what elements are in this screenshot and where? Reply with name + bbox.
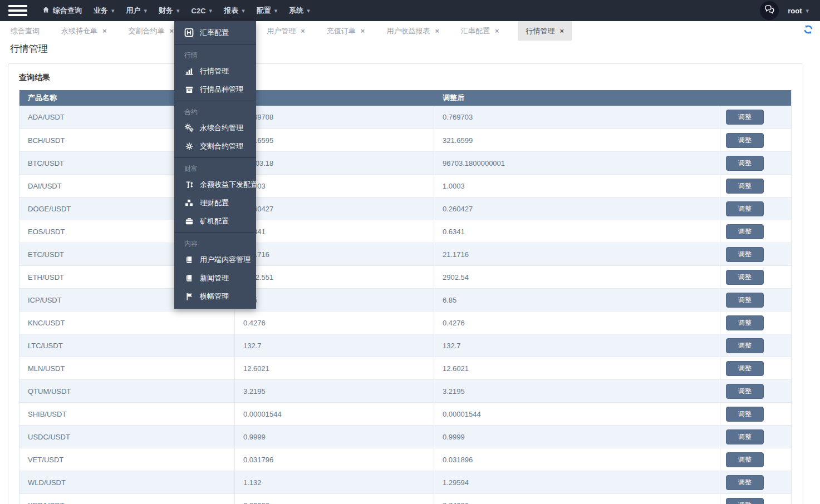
menu-item-1-0[interactable]: 行情管理	[174, 62, 256, 80]
nav-item-7[interactable]: 系统▾	[289, 0, 310, 21]
menu-item-label: 理财配置	[200, 198, 229, 208]
chevron-down-icon: ▾	[144, 7, 148, 14]
chevron-down-icon: ▾	[242, 7, 245, 14]
tab-label: 行情管理	[526, 26, 555, 36]
before-value-cell: 0.9999	[235, 426, 434, 448]
refresh-button[interactable]	[803, 24, 813, 34]
adjust-button[interactable]: 调整	[726, 270, 764, 285]
chevron-down-icon: ▾	[209, 7, 213, 14]
before-value-cell: 0.00001544	[235, 403, 434, 425]
tab-close-icon[interactable]: ×	[361, 27, 365, 34]
adjust-button[interactable]: 调整	[726, 179, 764, 194]
nav-item-label: 综合查询	[53, 6, 82, 16]
nav-item-label: C2C	[192, 7, 206, 15]
adjust-button[interactable]: 调整	[726, 110, 764, 125]
adjust-button[interactable]: 调整	[726, 224, 764, 239]
action-cell: 调整	[720, 471, 791, 493]
after-value-cell: 0.031896	[434, 448, 720, 471]
adjust-button[interactable]: 调整	[726, 133, 764, 148]
nav-item-6[interactable]: 配置▾	[257, 0, 278, 21]
nav-item-5[interactable]: 报表▾	[224, 0, 245, 21]
tab-close-icon[interactable]: ×	[495, 27, 499, 34]
adjust-button[interactable]: 调整	[726, 475, 764, 490]
tab-close-icon[interactable]: ×	[170, 27, 174, 34]
chevron-down-icon: ▾	[806, 7, 809, 14]
menu-item-2-0[interactable]: 永续合约管理	[174, 118, 256, 137]
adjust-button[interactable]: 调整	[726, 429, 764, 444]
adjust-button[interactable]: 调整	[726, 498, 764, 504]
before-value-cell: 12.6021	[235, 357, 434, 379]
adjust-button[interactable]: 调整	[726, 201, 764, 216]
menu-item-4-0[interactable]: 用户端内容管理	[174, 250, 256, 269]
adjust-button[interactable]: 调整	[726, 384, 764, 399]
tab-close-icon[interactable]: ×	[102, 27, 107, 34]
adjust-button[interactable]: 调整	[726, 407, 764, 422]
menu-item-3-0[interactable]: 余额收益下发配置	[174, 175, 256, 194]
tab-bar: 综合查询永续持仓单×交割合约单×用户管理×充值订单×用户收益报表×汇率配置×行情…	[0, 21, 820, 41]
top-navbar: 综合查询业务▾用户▾财务▾C2C▾报表▾配置▾系统▾ root ▾	[0, 0, 820, 21]
col-header-before	[235, 90, 434, 106]
action-cell: 调整	[720, 334, 791, 357]
menu-item-label: 行情品种管理	[200, 85, 243, 95]
tab-close-icon[interactable]: ×	[560, 27, 564, 34]
chat-button[interactable]	[760, 1, 779, 20]
adjust-button[interactable]: 调整	[726, 452, 764, 467]
book-icon	[184, 255, 194, 264]
tab-0[interactable]: 综合查询	[8, 21, 42, 41]
nav-item-4[interactable]: C2C▾	[192, 0, 213, 21]
hamburger-icon[interactable]	[8, 5, 27, 16]
action-cell: 调整	[720, 152, 791, 174]
user-menu[interactable]: root ▾	[788, 7, 809, 15]
before-value-cell: 132.7	[235, 334, 434, 357]
menu-item-0-0[interactable]: 汇率配置	[174, 23, 256, 42]
tab-5[interactable]: 用户收益报表×	[384, 21, 442, 41]
tab-2[interactable]: 交割合约单×	[126, 21, 177, 41]
adjust-button[interactable]: 调整	[726, 315, 764, 330]
menu-item-label: 新闻管理	[200, 273, 229, 283]
tab-3[interactable]: 用户管理×	[264, 21, 308, 41]
menu-item-4-2[interactable]: 横幅管理	[174, 287, 256, 305]
tab-1[interactable]: 永续持仓单×	[58, 21, 110, 41]
nav-item-0[interactable]: 综合查询	[42, 0, 82, 21]
menu-section-label: 合约	[174, 101, 256, 118]
after-value-cell: 0.6341	[434, 220, 720, 243]
menu-item-2-1[interactable]: 交割合约管理	[174, 137, 256, 155]
table-row: EOS/USDT0.63410.6341调整	[19, 220, 791, 243]
bar-chart-icon	[184, 66, 194, 76]
h-square-icon	[184, 28, 194, 37]
menu-item-label: 余额收益下发配置	[200, 180, 258, 190]
before-value-cell: 2.69036	[235, 494, 434, 504]
after-value-cell: 1.0003	[434, 175, 720, 197]
nav-item-label: 报表	[224, 6, 238, 16]
before-value-cell: 0.260427	[235, 197, 434, 220]
adjust-button[interactable]: 调整	[726, 361, 764, 376]
after-value-cell: 2.74036	[434, 494, 720, 504]
table-row: WLD/USDT1.1321.29594调整	[19, 471, 791, 493]
menu-item-label: 矿机配置	[200, 216, 229, 226]
menu-item-4-1[interactable]: 新闻管理	[174, 269, 256, 287]
nav-item-label: 系统	[289, 6, 303, 16]
adjust-button[interactable]: 调整	[726, 247, 764, 262]
after-value-cell: 0.9999	[434, 426, 720, 448]
tab-close-icon[interactable]: ×	[435, 27, 439, 34]
menu-item-label: 横幅管理	[200, 291, 229, 302]
tab-4[interactable]: 充值订单×	[324, 21, 368, 41]
nav-item-2[interactable]: 用户▾	[126, 0, 148, 21]
nav-item-1[interactable]: 业务▾	[94, 0, 115, 21]
navbar-right: root ▾	[760, 1, 809, 20]
menu-item-3-1[interactable]: 理财配置	[174, 194, 256, 212]
adjust-button[interactable]: 调整	[726, 156, 764, 171]
menu-item-3-2[interactable]: 矿机配置	[174, 212, 256, 230]
panel-title: 查询结果	[19, 73, 803, 83]
flag-icon	[184, 291, 194, 301]
adjust-button[interactable]: 调整	[726, 338, 764, 353]
tab-label: 综合查询	[11, 26, 40, 36]
tab-7[interactable]: 行情管理×	[518, 21, 572, 41]
after-value-cell: 0.260427	[434, 197, 720, 220]
nav-item-label: 用户	[126, 6, 141, 16]
adjust-button[interactable]: 调整	[726, 293, 764, 308]
nav-item-3[interactable]: 财务▾	[159, 0, 180, 21]
tab-6[interactable]: 汇率配置×	[458, 21, 502, 41]
tab-close-icon[interactable]: ×	[301, 27, 305, 34]
menu-item-1-1[interactable]: 行情品种管理	[174, 80, 256, 98]
